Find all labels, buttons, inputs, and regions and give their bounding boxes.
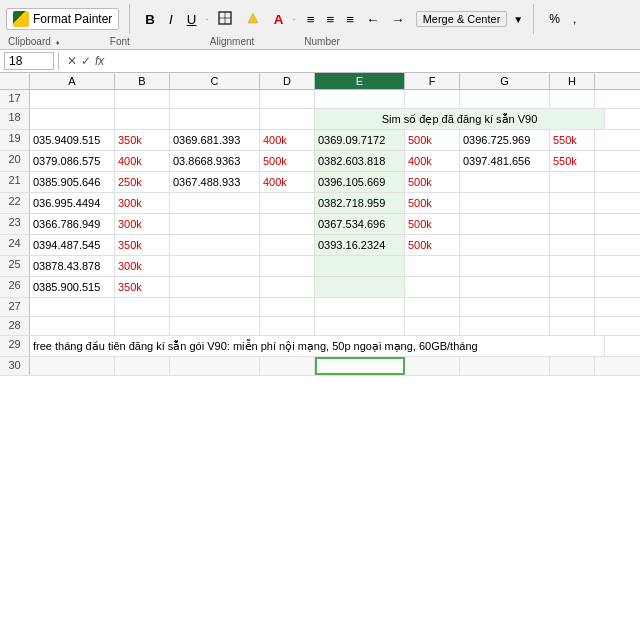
cell-h26[interactable] bbox=[550, 277, 595, 297]
cell-b21[interactable]: 250k bbox=[115, 172, 170, 192]
cell-h23[interactable] bbox=[550, 214, 595, 234]
cell-g30[interactable] bbox=[460, 357, 550, 375]
cell-e25[interactable] bbox=[315, 256, 405, 276]
cell-f24[interactable]: 500k bbox=[405, 235, 460, 255]
confirm-icon[interactable]: ✓ bbox=[81, 54, 91, 68]
cell-h24[interactable] bbox=[550, 235, 595, 255]
cell-d19[interactable]: 400k bbox=[260, 130, 315, 150]
cell-c28[interactable] bbox=[170, 317, 260, 335]
cell-c27[interactable] bbox=[170, 298, 260, 316]
cell-c30[interactable] bbox=[170, 357, 260, 375]
align-left-button[interactable]: ≡ bbox=[302, 10, 320, 29]
merge-center-button[interactable]: Merge & Center bbox=[416, 11, 508, 27]
col-header-d[interactable]: D bbox=[260, 73, 315, 89]
cell-b24[interactable]: 350k bbox=[115, 235, 170, 255]
cell-e28[interactable] bbox=[315, 317, 405, 335]
cell-d18[interactable] bbox=[260, 109, 315, 129]
cell-h28[interactable] bbox=[550, 317, 595, 335]
cell-d21[interactable]: 400k bbox=[260, 172, 315, 192]
cell-a21[interactable]: 0385.905.646 bbox=[30, 172, 115, 192]
cell-a28[interactable] bbox=[30, 317, 115, 335]
cell-f19[interactable]: 500k bbox=[405, 130, 460, 150]
cell-e18-merged-header[interactable]: Sim số đẹp đã đăng kí sẵn V90 bbox=[315, 109, 605, 129]
cell-c19[interactable]: 0369.681.393 bbox=[170, 130, 260, 150]
indent-right-button[interactable]: → bbox=[386, 10, 409, 29]
cell-g21[interactable] bbox=[460, 172, 550, 192]
cell-g17[interactable] bbox=[460, 90, 550, 108]
cell-a19[interactable]: 035.9409.515 bbox=[30, 130, 115, 150]
cell-g26[interactable] bbox=[460, 277, 550, 297]
merge-dropdown[interactable]: ▼ bbox=[513, 14, 523, 25]
cell-d23[interactable] bbox=[260, 214, 315, 234]
cell-g22[interactable] bbox=[460, 193, 550, 213]
col-header-h[interactable]: H bbox=[550, 73, 595, 89]
cell-g25[interactable] bbox=[460, 256, 550, 276]
cell-h17[interactable] bbox=[550, 90, 595, 108]
cell-g24[interactable] bbox=[460, 235, 550, 255]
cell-c25[interactable] bbox=[170, 256, 260, 276]
cell-b26[interactable]: 350k bbox=[115, 277, 170, 297]
bold-button[interactable]: B bbox=[140, 10, 160, 29]
col-header-b[interactable]: B bbox=[115, 73, 170, 89]
italic-button[interactable]: I bbox=[164, 10, 178, 29]
cell-h21[interactable] bbox=[550, 172, 595, 192]
cell-a30[interactable] bbox=[30, 357, 115, 375]
cell-e21[interactable]: 0396.105.669 bbox=[315, 172, 405, 192]
cell-h22[interactable] bbox=[550, 193, 595, 213]
cell-f20[interactable]: 400k bbox=[405, 151, 460, 171]
cell-d25[interactable] bbox=[260, 256, 315, 276]
fx-icon[interactable]: fx bbox=[95, 54, 104, 68]
cell-a17[interactable] bbox=[30, 90, 115, 108]
comma-icon[interactable]: , bbox=[568, 9, 581, 29]
cell-b18[interactable] bbox=[115, 109, 170, 129]
cell-b28[interactable] bbox=[115, 317, 170, 335]
align-right-button[interactable]: ≡ bbox=[341, 10, 359, 29]
cell-g27[interactable] bbox=[460, 298, 550, 316]
cell-a25[interactable]: 03878.43.878 bbox=[30, 256, 115, 276]
col-header-e[interactable]: E bbox=[315, 73, 405, 89]
cell-c24[interactable] bbox=[170, 235, 260, 255]
cell-f30[interactable] bbox=[405, 357, 460, 375]
cell-a22[interactable]: 036.995.4494 bbox=[30, 193, 115, 213]
cell-b25[interactable]: 300k bbox=[115, 256, 170, 276]
cell-f25[interactable] bbox=[405, 256, 460, 276]
cell-b30[interactable] bbox=[115, 357, 170, 375]
border-button[interactable] bbox=[213, 9, 237, 30]
cell-g20[interactable]: 0397.481.656 bbox=[460, 151, 550, 171]
cell-d20[interactable]: 500k bbox=[260, 151, 315, 171]
cell-f23[interactable]: 500k bbox=[405, 214, 460, 234]
cell-h25[interactable] bbox=[550, 256, 595, 276]
cell-h20[interactable]: 550k bbox=[550, 151, 595, 171]
col-header-c[interactable]: C bbox=[170, 73, 260, 89]
cell-f27[interactable] bbox=[405, 298, 460, 316]
cell-c21[interactable]: 0367.488.933 bbox=[170, 172, 260, 192]
cell-e30-highlighted[interactable] bbox=[315, 357, 405, 375]
align-center-button[interactable]: ≡ bbox=[321, 10, 339, 29]
indent-left-button[interactable]: ← bbox=[361, 10, 384, 29]
cell-b22[interactable]: 300k bbox=[115, 193, 170, 213]
cell-b20[interactable]: 400k bbox=[115, 151, 170, 171]
cell-f17[interactable] bbox=[405, 90, 460, 108]
cell-h19[interactable]: 550k bbox=[550, 130, 595, 150]
cell-e17[interactable] bbox=[315, 90, 405, 108]
cell-b17[interactable] bbox=[115, 90, 170, 108]
cell-a20[interactable]: 0379.086.575 bbox=[30, 151, 115, 171]
cell-a23[interactable]: 0366.786.949 bbox=[30, 214, 115, 234]
cell-a27[interactable] bbox=[30, 298, 115, 316]
cell-f28[interactable] bbox=[405, 317, 460, 335]
cell-e20[interactable]: 0382.603.818 bbox=[315, 151, 405, 171]
cell-f22[interactable]: 500k bbox=[405, 193, 460, 213]
cell-a26[interactable]: 0385.900.515 bbox=[30, 277, 115, 297]
cell-c20[interactable]: 03.8668.9363 bbox=[170, 151, 260, 171]
cell-d17[interactable] bbox=[260, 90, 315, 108]
underline-button[interactable]: U bbox=[182, 10, 202, 29]
cell-e23[interactable]: 0367.534.696 bbox=[315, 214, 405, 234]
cell-d30[interactable] bbox=[260, 357, 315, 375]
col-header-f[interactable]: F bbox=[405, 73, 460, 89]
col-header-g[interactable]: G bbox=[460, 73, 550, 89]
cell-d26[interactable] bbox=[260, 277, 315, 297]
cell-d24[interactable] bbox=[260, 235, 315, 255]
cell-g28[interactable] bbox=[460, 317, 550, 335]
cell-d27[interactable] bbox=[260, 298, 315, 316]
cell-f26[interactable] bbox=[405, 277, 460, 297]
